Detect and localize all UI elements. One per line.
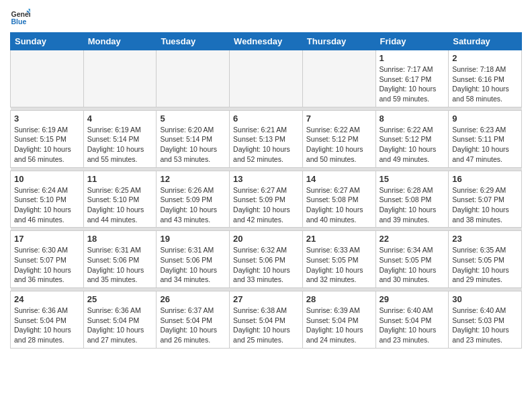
- calendar-day-cell: 1Sunrise: 7:17 AM Sunset: 6:17 PM Daylig…: [375, 50, 449, 107]
- calendar-day-cell: 5Sunrise: 6:20 AM Sunset: 5:14 PM Daylig…: [157, 110, 230, 167]
- calendar-day-cell: 24Sunrise: 6:36 AM Sunset: 5:04 PM Dayli…: [11, 291, 84, 349]
- day-number: 30: [452, 294, 518, 304]
- day-number: 19: [160, 234, 226, 244]
- calendar-day-cell: [230, 50, 303, 107]
- calendar-day-cell: 22Sunrise: 6:34 AM Sunset: 5:05 PM Dayli…: [375, 231, 449, 288]
- day-header-monday: Monday: [83, 33, 157, 50]
- day-info: Sunrise: 6:26 AM Sunset: 5:09 PM Dayligh…: [160, 185, 226, 225]
- day-info: Sunrise: 6:36 AM Sunset: 5:04 PM Dayligh…: [87, 306, 153, 345]
- day-header-friday: Friday: [375, 33, 449, 50]
- day-info: Sunrise: 7:17 AM Sunset: 6:17 PM Dayligh…: [380, 64, 445, 104]
- day-number: 25: [87, 294, 153, 304]
- day-number: 20: [233, 234, 299, 244]
- calendar-day-cell: [11, 50, 84, 107]
- calendar-day-cell: [157, 50, 230, 107]
- day-info: Sunrise: 7:18 AM Sunset: 6:16 PM Dayligh…: [452, 64, 518, 104]
- day-number: 12: [160, 174, 226, 184]
- calendar-day-cell: 17Sunrise: 6:30 AM Sunset: 5:07 PM Dayli…: [11, 231, 84, 288]
- day-header-thursday: Thursday: [302, 33, 375, 50]
- calendar-day-cell: 4Sunrise: 6:19 AM Sunset: 5:14 PM Daylig…: [83, 110, 157, 167]
- calendar-day-cell: 15Sunrise: 6:28 AM Sunset: 5:08 PM Dayli…: [375, 171, 449, 228]
- calendar-week-row: 1Sunrise: 7:17 AM Sunset: 6:17 PM Daylig…: [11, 50, 522, 107]
- calendar-day-cell: 2Sunrise: 7:18 AM Sunset: 6:16 PM Daylig…: [449, 50, 522, 107]
- day-header-tuesday: Tuesday: [157, 33, 230, 50]
- day-info: Sunrise: 6:38 AM Sunset: 5:04 PM Dayligh…: [233, 306, 299, 345]
- calendar-day-cell: 8Sunrise: 6:22 AM Sunset: 5:12 PM Daylig…: [375, 110, 449, 167]
- day-info: Sunrise: 6:24 AM Sunset: 5:10 PM Dayligh…: [14, 185, 80, 225]
- day-info: Sunrise: 6:23 AM Sunset: 5:11 PM Dayligh…: [452, 125, 518, 165]
- day-info: Sunrise: 6:21 AM Sunset: 5:13 PM Dayligh…: [233, 125, 299, 165]
- day-number: 4: [87, 113, 153, 124]
- day-info: Sunrise: 6:40 AM Sunset: 5:03 PM Dayligh…: [452, 306, 518, 345]
- day-number: 26: [160, 294, 226, 304]
- day-number: 1: [380, 53, 445, 63]
- day-number: 17: [14, 234, 80, 244]
- day-info: Sunrise: 6:35 AM Sunset: 5:05 PM Dayligh…: [452, 245, 518, 285]
- day-number: 8: [380, 113, 445, 124]
- calendar-day-cell: 10Sunrise: 6:24 AM Sunset: 5:10 PM Dayli…: [11, 171, 84, 228]
- day-number: 29: [380, 294, 445, 304]
- day-number: 28: [306, 294, 372, 304]
- calendar-day-cell: 21Sunrise: 6:33 AM Sunset: 5:05 PM Dayli…: [302, 231, 375, 288]
- day-info: Sunrise: 6:36 AM Sunset: 5:04 PM Dayligh…: [14, 306, 80, 345]
- day-info: Sunrise: 6:39 AM Sunset: 5:04 PM Dayligh…: [306, 306, 372, 345]
- logo-icon: General Blue: [10, 7, 30, 27]
- day-info: Sunrise: 6:31 AM Sunset: 5:06 PM Dayligh…: [160, 245, 226, 285]
- logo: General Blue: [10, 7, 33, 27]
- day-info: Sunrise: 6:20 AM Sunset: 5:14 PM Dayligh…: [160, 125, 226, 165]
- day-info: Sunrise: 6:37 AM Sunset: 5:04 PM Dayligh…: [160, 306, 226, 345]
- day-info: Sunrise: 6:34 AM Sunset: 5:05 PM Dayligh…: [380, 245, 445, 285]
- calendar-day-cell: 29Sunrise: 6:40 AM Sunset: 5:04 PM Dayli…: [375, 291, 449, 349]
- day-header-wednesday: Wednesday: [230, 33, 303, 50]
- day-info: Sunrise: 6:28 AM Sunset: 5:08 PM Dayligh…: [380, 185, 445, 225]
- calendar-day-cell: 9Sunrise: 6:23 AM Sunset: 5:11 PM Daylig…: [449, 110, 522, 167]
- calendar-week-row: 3Sunrise: 6:19 AM Sunset: 5:15 PM Daylig…: [11, 110, 522, 167]
- day-info: Sunrise: 6:33 AM Sunset: 5:05 PM Dayligh…: [306, 245, 372, 285]
- calendar-day-cell: 26Sunrise: 6:37 AM Sunset: 5:04 PM Dayli…: [157, 291, 230, 349]
- day-number: 11: [87, 174, 153, 184]
- day-number: 14: [306, 174, 372, 184]
- day-info: Sunrise: 6:30 AM Sunset: 5:07 PM Dayligh…: [14, 245, 80, 285]
- calendar-day-cell: [302, 50, 375, 107]
- day-info: Sunrise: 6:27 AM Sunset: 5:09 PM Dayligh…: [233, 185, 299, 225]
- calendar-day-cell: 12Sunrise: 6:26 AM Sunset: 5:09 PM Dayli…: [157, 171, 230, 228]
- day-number: 24: [14, 294, 80, 304]
- calendar-day-cell: 23Sunrise: 6:35 AM Sunset: 5:05 PM Dayli…: [449, 231, 522, 288]
- day-number: 22: [380, 234, 445, 244]
- calendar-day-cell: 11Sunrise: 6:25 AM Sunset: 5:10 PM Dayli…: [83, 171, 157, 228]
- calendar-day-cell: 16Sunrise: 6:29 AM Sunset: 5:07 PM Dayli…: [449, 171, 522, 228]
- day-number: 23: [452, 234, 518, 244]
- calendar-day-cell: 27Sunrise: 6:38 AM Sunset: 5:04 PM Dayli…: [230, 291, 303, 349]
- calendar-week-row: 10Sunrise: 6:24 AM Sunset: 5:10 PM Dayli…: [11, 171, 522, 228]
- calendar-day-cell: 3Sunrise: 6:19 AM Sunset: 5:15 PM Daylig…: [11, 110, 84, 167]
- calendar-week-row: 17Sunrise: 6:30 AM Sunset: 5:07 PM Dayli…: [11, 231, 522, 288]
- day-number: 3: [14, 113, 80, 124]
- day-number: 15: [380, 174, 445, 184]
- calendar-day-cell: 7Sunrise: 6:22 AM Sunset: 5:12 PM Daylig…: [302, 110, 375, 167]
- calendar-day-cell: 13Sunrise: 6:27 AM Sunset: 5:09 PM Dayli…: [230, 171, 303, 228]
- day-info: Sunrise: 6:22 AM Sunset: 5:12 PM Dayligh…: [380, 125, 445, 165]
- svg-text:Blue: Blue: [11, 17, 27, 26]
- calendar-day-cell: 20Sunrise: 6:32 AM Sunset: 5:06 PM Dayli…: [230, 231, 303, 288]
- calendar-day-cell: 19Sunrise: 6:31 AM Sunset: 5:06 PM Dayli…: [157, 231, 230, 288]
- day-number: 5: [160, 113, 226, 124]
- calendar-day-cell: 28Sunrise: 6:39 AM Sunset: 5:04 PM Dayli…: [302, 291, 375, 349]
- day-info: Sunrise: 6:27 AM Sunset: 5:08 PM Dayligh…: [306, 185, 372, 225]
- day-number: 7: [306, 113, 372, 124]
- day-number: 6: [233, 113, 299, 124]
- day-info: Sunrise: 6:25 AM Sunset: 5:10 PM Dayligh…: [87, 185, 153, 225]
- calendar-day-cell: 6Sunrise: 6:21 AM Sunset: 5:13 PM Daylig…: [230, 110, 303, 167]
- calendar-day-cell: [83, 50, 157, 107]
- day-number: 2: [452, 53, 518, 63]
- calendar-day-cell: 30Sunrise: 6:40 AM Sunset: 5:03 PM Dayli…: [449, 291, 522, 349]
- calendar-header-row: SundayMondayTuesdayWednesdayThursdayFrid…: [11, 33, 522, 50]
- day-header-sunday: Sunday: [11, 33, 84, 50]
- day-number: 13: [233, 174, 299, 184]
- day-number: 21: [306, 234, 372, 244]
- day-header-saturday: Saturday: [449, 33, 522, 50]
- calendar-day-cell: 25Sunrise: 6:36 AM Sunset: 5:04 PM Dayli…: [83, 291, 157, 349]
- day-number: 27: [233, 294, 299, 304]
- day-number: 16: [452, 174, 518, 184]
- day-number: 9: [452, 113, 518, 124]
- day-number: 10: [14, 174, 80, 184]
